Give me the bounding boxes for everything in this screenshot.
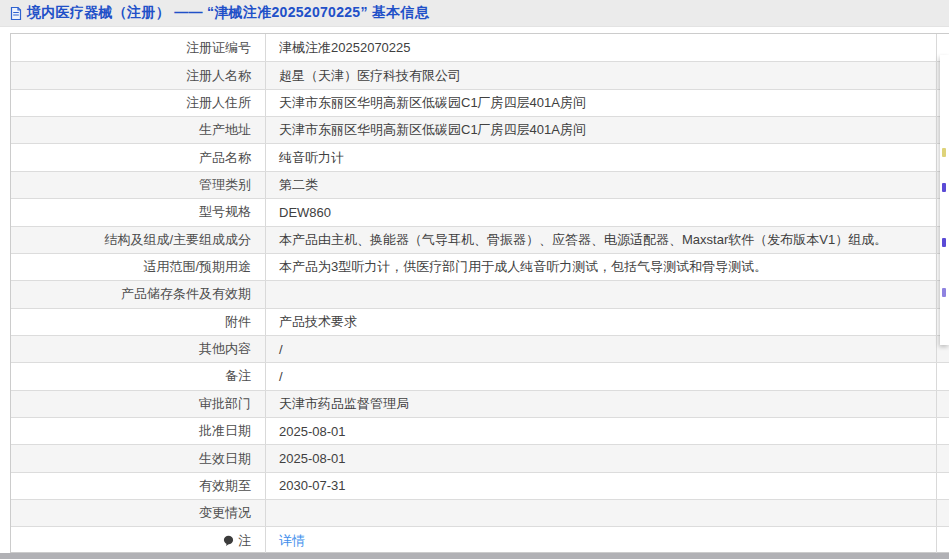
table-row-11: 其他内容 / (11, 335, 949, 362)
table-row-5: 管理类别 第二类 (11, 171, 949, 198)
detail-link[interactable]: 详情 (279, 532, 305, 550)
row-value: 本产品为3型听力计，供医疗部门用于成人纯音听力测试，包括气导测试和骨导测试。 (266, 254, 936, 280)
row-end-spacer (936, 418, 949, 444)
row-value: 津械注准20252070225 (266, 34, 936, 61)
row-value: / (266, 336, 936, 362)
document-icon (9, 6, 23, 21)
row-label: 生产地址 (11, 117, 266, 143)
row-value: 天津市东丽区华明高新区低碳园C1厂房四层401A房间 (266, 90, 936, 116)
row-value: 2025-08-01 (266, 418, 936, 444)
table-row-17: 变更情况 (11, 499, 949, 526)
bottom-window-edge (0, 553, 949, 559)
edge-mark-icon (942, 288, 946, 297)
row-value[interactable]: 详情 (266, 527, 936, 553)
row-value: / (266, 363, 936, 389)
registration-info-table: 注册证编号 津械注准20252070225 注册人名称 超星（天津）医疗科技有限… (10, 33, 949, 553)
title-bar: 境内医疗器械（注册） —— “津械注准20252070225” 基本信息 (0, 0, 949, 27)
row-end-spacer (936, 391, 949, 417)
table-row-3: 生产地址 天津市东丽区华明高新区低碳园C1厂房四层401A房间 (11, 116, 949, 143)
row-value: 本产品由主机、换能器（气导耳机、骨振器）、应答器、电源适配器、Maxstar软件… (266, 227, 936, 253)
row-label: 适用范围/预期用途 (11, 254, 266, 280)
edge-mark-icon (942, 148, 946, 157)
row-label: 注册人名称 (11, 62, 266, 88)
row-label: 备注 (11, 363, 266, 389)
row-value: 超星（天津）医疗科技有限公司 (266, 62, 936, 88)
row-value (266, 500, 936, 526)
row-value: 2030-07-31 (266, 473, 936, 499)
table-row-2: 注册人住所 天津市东丽区华明高新区低碳园C1厂房四层401A房间 (11, 89, 949, 116)
row-label: 注册人住所 (11, 90, 266, 116)
row-value: 2025-08-01 (266, 445, 936, 471)
row-label: 产品储存条件及有效期 (11, 281, 266, 307)
row-value: 第二类 (266, 172, 936, 198)
row-label: 其他内容 (11, 336, 266, 362)
note-balloon-icon (223, 535, 234, 547)
table-row-16: 有效期至 2030-07-31 (11, 472, 949, 499)
row-label: 附件 (11, 309, 266, 335)
table-row-18: 注 详情 (11, 526, 949, 553)
table-row-7: 结构及组成/主要组成成分 本产品由主机、换能器（气导耳机、骨振器）、应答器、电源… (11, 226, 949, 253)
row-label: 有效期至 (11, 473, 266, 499)
table-row-15: 生效日期 2025-08-01 (11, 444, 949, 471)
table-row-12: 备注 / (11, 362, 949, 389)
row-label: 注 (11, 527, 266, 553)
row-label: 变更情况 (11, 500, 266, 526)
row-end-spacer (936, 527, 949, 553)
row-value: 纯音听力计 (266, 144, 936, 170)
table-row-6: 型号规格 DEW860 (11, 198, 949, 225)
row-end-spacer (936, 445, 949, 471)
row-value: 产品技术要求 (266, 309, 936, 335)
row-label: 管理类别 (11, 172, 266, 198)
row-value (266, 281, 936, 307)
row-value: 天津市药品监督管理局 (266, 391, 936, 417)
row-label: 型号规格 (11, 199, 266, 225)
row-end-spacer (936, 500, 949, 526)
edge-mark-icon (942, 238, 946, 247)
table-row-14: 批准日期 2025-08-01 (11, 417, 949, 444)
row-label: 审批部门 (11, 391, 266, 417)
table-row-4: 产品名称 纯音听力计 (11, 143, 949, 170)
row-label: 生效日期 (11, 445, 266, 471)
table-row-13: 审批部门 天津市药品监督管理局 (11, 390, 949, 417)
table-row-1: 注册人名称 超星（天津）医疗科技有限公司 (11, 61, 949, 88)
edge-mark-icon (942, 183, 946, 192)
row-label: 批准日期 (11, 418, 266, 444)
page-title: 境内医疗器械（注册） —— “津械注准20252070225” 基本信息 (27, 4, 429, 22)
row-value: 天津市东丽区华明高新区低碳园C1厂房四层401A房间 (266, 117, 936, 143)
row-label: 注册证编号 (11, 34, 266, 61)
row-value: DEW860 (266, 199, 936, 225)
row-label: 产品名称 (11, 144, 266, 170)
row-end-spacer (936, 473, 949, 499)
table-row-9: 产品储存条件及有效期 (11, 280, 949, 307)
table-row-8: 适用范围/预期用途 本产品为3型听力计，供医疗部门用于成人纯音听力测试，包括气导… (11, 253, 949, 280)
edge-floating-panel[interactable] (940, 55, 949, 345)
row-end-spacer (936, 363, 949, 389)
table-row-0: 注册证编号 津械注准20252070225 (11, 34, 949, 61)
table-row-10: 附件 产品技术要求 (11, 308, 949, 335)
row-label: 结构及组成/主要组成成分 (11, 227, 266, 253)
